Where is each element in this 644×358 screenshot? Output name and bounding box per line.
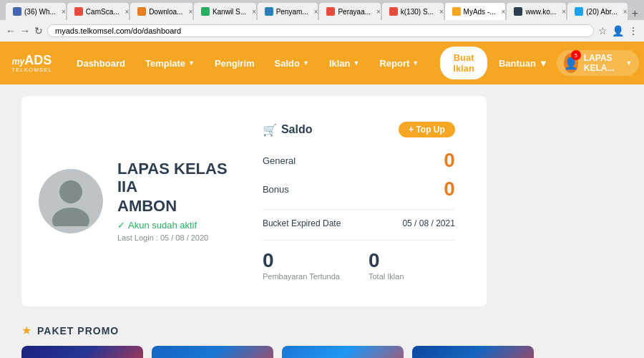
main-content: LAPAS KELAS IIA AMBON ✓ Akun sudah aktif… — [0, 84, 644, 358]
nav-template[interactable]: Template ▼ — [135, 42, 205, 84]
profile-name: LAPAS KELAS IIA — [117, 160, 231, 195]
saldo-card: 🛒 Saldo + Top Up General 0 Bonus 0 — [248, 110, 469, 292]
promo-cards: ⚡ Paket Pujuang Untung LBA J 5JT 50,000 … — [21, 346, 623, 358]
tab-favicon-8 — [514, 7, 522, 16]
top-nav: myADS TELKOMSEL Dashboard Template ▼ Pen… — [0, 42, 644, 84]
bookmark-icon[interactable]: ☆ — [598, 25, 608, 37]
tab-close-3[interactable]: × — [252, 8, 256, 16]
profile-card: LAPAS KELAS IIA AMBON ✓ Akun sudah aktif… — [21, 96, 487, 306]
tab-5[interactable]: Perayaa... × — [319, 3, 380, 20]
tab-close-9[interactable]: × — [623, 8, 628, 16]
user-profile-icon[interactable]: 👤 — [612, 25, 624, 37]
tab-label-5: Perayaa... — [338, 8, 371, 16]
promo-card-1[interactable]: ⚡ Paket Pujuang Untung LBA I 3JT 30,000 … — [152, 346, 273, 358]
pending-label: Pembayaran Tertunda — [263, 272, 340, 281]
tab-favicon-5 — [326, 7, 335, 16]
saldo-header: 🛒 Saldo + Top Up — [263, 122, 455, 137]
tab-favicon-9 — [575, 7, 583, 16]
tab-close-7[interactable]: × — [502, 8, 506, 16]
tab-7[interactable]: MyAds -... × — [445, 3, 506, 20]
tab-3[interactable]: Kanwil S... × — [194, 3, 256, 20]
tab-label-7: MyAds -... — [464, 8, 496, 16]
bucket-value: 05 / 08 / 2021 — [402, 218, 454, 228]
tab-6[interactable]: k(130) S... × — [382, 3, 444, 20]
user-area[interactable]: 👤 5 LAPAS KELA... ▼ — [557, 50, 640, 76]
address-bar-row: ← → ↻ ☆ 👤 ⋮ — [0, 20, 644, 42]
bantuan-menu[interactable]: Bantuan ▼ — [499, 58, 548, 69]
tab-close-0[interactable]: × — [62, 8, 66, 16]
promo-bg-2: ⚡ Paket Pujuang Untung LBA H 1JT 10,000 … — [282, 346, 404, 358]
more-options-icon[interactable]: ⋮ — [628, 25, 638, 37]
app-container: myADS TELKOMSEL Dashboard Template ▼ Pen… — [0, 42, 644, 358]
tab-label-8: www.ko... — [525, 8, 556, 16]
nav-saldo[interactable]: Saldo ▼ — [265, 42, 319, 84]
browser-tabs: (36) Wh... × CamSca... × Downloa... × Ka… — [0, 0, 644, 20]
check-icon: ✓ — [117, 220, 125, 231]
notif-badge: 5 — [571, 50, 581, 60]
tab-close-4[interactable]: × — [314, 8, 318, 16]
saldo-arrow: ▼ — [303, 59, 309, 67]
profile-left: LAPAS KELAS IIA AMBON ✓ Akun sudah aktif… — [39, 110, 231, 292]
last-login: Last Login : 05 / 08 / 2020 — [117, 233, 231, 242]
tab-close-8[interactable]: × — [562, 8, 566, 16]
nav-dashboard[interactable]: Dashboard — [67, 42, 135, 84]
bucket-expired-row: Bucket Expired Date 05 / 08 / 2021 — [263, 216, 455, 231]
tab-close-6[interactable]: × — [439, 8, 444, 16]
promo-card-2[interactable]: ⚡ Paket Pujuang Untung LBA H 1JT 10,000 … — [282, 346, 404, 358]
promo-card-3[interactable]: ⚡ Paket Pujuang Untung LBA G 750 RB 5300… — [412, 346, 534, 358]
status-badge: ✓ Akun sudah aktif — [117, 220, 231, 231]
tab-label-1: CamSca... — [86, 8, 119, 16]
buat-iklan-button[interactable]: Buat Iklan — [440, 47, 487, 79]
tab-favicon-2 — [137, 7, 146, 16]
nav-pengirim[interactable]: Pengirim — [205, 42, 265, 84]
tab-label-0: (36) Wh... — [24, 8, 56, 16]
tab-1[interactable]: CamSca... × — [67, 3, 129, 20]
refresh-button[interactable]: ↻ — [34, 25, 43, 37]
tab-close-5[interactable]: × — [376, 8, 381, 16]
logo-sub: TELKOMSEL — [11, 67, 52, 73]
tab-close-1[interactable]: × — [125, 8, 130, 16]
new-tab-button[interactable]: + — [632, 7, 638, 20]
back-button[interactable]: ← — [6, 25, 16, 37]
tab-label-4: Penyam... — [276, 8, 308, 16]
tab-label-6: k(130) S... — [401, 8, 434, 16]
promo-bg-1: ⚡ Paket Pujuang Untung LBA I 3JT 30,000 … — [152, 346, 273, 358]
tab-close-2[interactable]: × — [188, 8, 192, 16]
tab-favicon-3 — [201, 7, 210, 16]
bonus-label: Bonus — [263, 184, 289, 195]
tab-favicon-1 — [74, 7, 83, 16]
promo-header: ★ PAKET PROMO — [21, 324, 623, 337]
tab-favicon-6 — [389, 7, 398, 16]
nav-iklan[interactable]: Iklan ▼ — [319, 42, 370, 84]
topup-button[interactable]: + Top Up — [399, 122, 455, 137]
tab-4[interactable]: Penyam... × — [258, 3, 318, 20]
general-value: 0 — [444, 149, 455, 172]
address-input[interactable] — [47, 24, 594, 37]
saldo-title: 🛒 Saldo — [263, 123, 313, 137]
promo-card-0[interactable]: ⚡ Paket Pujuang Untung LBA J 5JT 50,000 … — [21, 346, 143, 358]
bantuan-arrow: ▼ — [539, 58, 548, 69]
tab-8[interactable]: www.ko... × — [507, 3, 566, 20]
nav-links: Dashboard Template ▼ Pengirim Saldo ▼ Ik… — [67, 42, 429, 84]
nav-report[interactable]: Report ▼ — [369, 42, 429, 84]
browser-icons: ☆ 👤 ⋮ — [598, 25, 638, 37]
page-wrapper: (36) Wh... × CamSca... × Downloa... × Ka… — [0, 0, 644, 358]
svg-point-1 — [52, 208, 89, 226]
tab-9[interactable]: (20) Abr... × — [567, 3, 627, 20]
tab-label-2: Downloa... — [149, 8, 182, 16]
dashboard-row: LAPAS KELAS IIA AMBON ✓ Akun sudah aktif… — [21, 96, 623, 318]
forward-button[interactable]: → — [20, 25, 30, 37]
saldo-divider — [263, 209, 455, 210]
tab-favicon-7 — [452, 7, 461, 16]
saldo-bonus-row: Bonus 0 — [263, 175, 455, 203]
tab-2[interactable]: Downloa... × — [130, 3, 192, 20]
pending-stat: 0 Pembayaran Tertunda — [263, 249, 340, 281]
user-name: LAPAS KELA... — [584, 53, 620, 73]
total-stat: 0 Total Iklan — [369, 249, 404, 281]
total-label: Total Iklan — [369, 272, 404, 281]
iklan-arrow: ▼ — [353, 59, 360, 67]
bonus-value: 0 — [444, 178, 455, 200]
tab-label-3: Kanwil S... — [213, 8, 246, 16]
profile-info: LAPAS KELAS IIA AMBON ✓ Akun sudah aktif… — [117, 160, 231, 241]
tab-0[interactable]: (36) Wh... × — [6, 3, 66, 20]
